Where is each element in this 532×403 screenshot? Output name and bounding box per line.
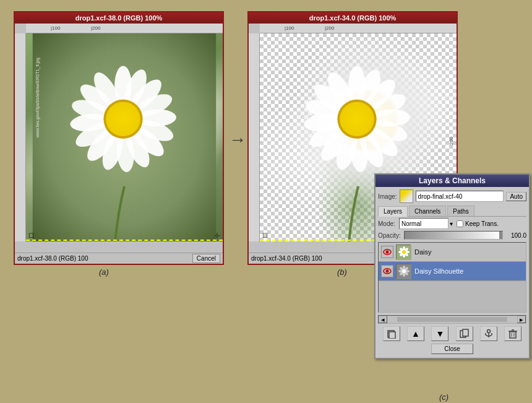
- layers-toolbar: ▲ ▼: [378, 326, 526, 341]
- tab-channels[interactable]: Channels: [409, 206, 446, 216]
- move-down-button[interactable]: ▼: [431, 326, 448, 341]
- keep-trans-row: Keep Trans.: [457, 220, 499, 227]
- caption-a: (a): [99, 267, 109, 277]
- crosshair-a: ✛: [214, 232, 220, 240]
- svg-point-66: [487, 330, 490, 333]
- layer-item-daisy[interactable]: Daisy: [379, 243, 526, 262]
- layer-thumb-silhouette: [396, 264, 411, 279]
- opacity-row: Opacity: 100.0: [378, 231, 526, 240]
- caption-b: (b): [337, 267, 347, 277]
- layer-name-daisy: Daisy: [414, 248, 523, 256]
- ruler-v-b: [249, 33, 260, 241]
- mode-dropdown-arrow[interactable]: ▾: [450, 220, 453, 227]
- ruler-h-a: |100 |200: [26, 24, 223, 33]
- delete-layer-button[interactable]: [504, 326, 521, 341]
- empty-layer-space: [379, 281, 526, 312]
- opacity-label: Opacity:: [378, 232, 401, 239]
- svg-rect-65: [463, 329, 468, 336]
- window-a: drop1.xcf-38.0 (RGB) 100% |100 |200: [14, 11, 224, 265]
- opacity-value: 100.0: [505, 232, 526, 239]
- window-b-title: drop1.xcf-34.0 (RGB) 100%: [249, 12, 457, 24]
- svg-rect-63: [389, 332, 395, 339]
- mode-row: Mode: Normal ▾ Keep Trans.: [378, 218, 526, 229]
- opacity-slider[interactable]: [404, 231, 503, 240]
- ruler-h-b: |100 |200: [260, 24, 457, 33]
- eye-icon-daisy[interactable]: [381, 246, 393, 258]
- window-a-title: drop1.xcf-38.0 (RGB) 100%: [15, 12, 223, 24]
- keep-trans-checkbox[interactable]: [457, 220, 463, 227]
- layers-scrollbar[interactable]: ◂ ▸: [378, 315, 526, 324]
- scroll-track[interactable]: [397, 317, 507, 322]
- svg-point-39: [386, 251, 389, 254]
- svg-point-18: [106, 102, 140, 136]
- layers-list: Daisy: [378, 242, 526, 313]
- duplicate-layer-button[interactable]: [456, 326, 473, 341]
- image-name-field[interactable]: drop-final.xcf-40: [416, 191, 504, 202]
- canvas-a: www.fws.gov/r3ps0/shelbnw/ERST1_fl.jpg: [26, 33, 223, 241]
- layer-item-silhouette[interactable]: Daisy Silhouette: [379, 262, 526, 281]
- mode-label: Mode:: [378, 220, 397, 227]
- image-thumbnail: [400, 189, 413, 203]
- cancel-button-a[interactable]: Cancel: [192, 254, 220, 263]
- eye-icon-silhouette[interactable]: [381, 265, 393, 277]
- image-row: Image: drop-final.xcf-40 Auto: [378, 189, 526, 203]
- statusbar-a: drop1.xcf-38.0 (RGB) 100 Cancel: [15, 253, 223, 264]
- layers-panel: Layers & Channels Image: drop-final.xcf-…: [374, 173, 530, 359]
- ruler-v-a: [15, 33, 26, 241]
- scroll-left-btn[interactable]: ◂: [379, 316, 387, 323]
- status-text-a: drop1.xcf-38.0 (RGB) 100: [17, 255, 192, 262]
- auto-button[interactable]: Auto: [506, 192, 526, 201]
- corner-icon-a: ☐: [26, 230, 36, 240]
- layer-thumb-daisy: [396, 245, 411, 259]
- svg-point-49: [402, 250, 406, 254]
- corner-icon-b: ☐: [260, 230, 270, 240]
- layers-content: Image: drop-final.xcf-40 Auto Layers Cha…: [375, 187, 529, 358]
- tab-paths[interactable]: Paths: [447, 206, 474, 216]
- svg-point-51: [386, 270, 389, 273]
- daisy-photo-a: www.fws.gov/r3ps0/shelbnw/ERST1_fl.jpg: [26, 33, 223, 241]
- move-up-button[interactable]: ▲: [407, 326, 424, 341]
- layers-panel-title: Layers & Channels: [375, 175, 529, 187]
- keep-trans-label: Keep Trans.: [465, 220, 499, 227]
- svg-point-37: [340, 102, 374, 136]
- scroll-right-btn[interactable]: ▸: [517, 316, 526, 323]
- svg-text:www.fws.gov/r3ps0/shelbnw/ERST: www.fws.gov/r3ps0/shelbnw/ERST1_fl.jpg: [35, 58, 40, 138]
- close-button[interactable]: Close: [431, 344, 473, 354]
- svg-point-61: [402, 269, 406, 273]
- new-layer-button[interactable]: [383, 326, 400, 341]
- caption-c: (c): [439, 392, 448, 402]
- close-row: Close: [378, 344, 526, 354]
- tabs-row: Layers Channels Paths: [378, 206, 526, 217]
- layer-name-silhouette: Daisy Silhouette: [414, 267, 523, 275]
- svg-rect-70: [510, 332, 516, 338]
- arrow-indicator: →: [229, 130, 246, 150]
- tab-layers[interactable]: Layers: [378, 206, 408, 217]
- mode-dropdown[interactable]: Normal: [399, 218, 448, 229]
- anchor-layer-button[interactable]: [480, 326, 497, 341]
- image-label: Image:: [378, 193, 397, 200]
- ruler-v-label-200: 200: [448, 137, 454, 145]
